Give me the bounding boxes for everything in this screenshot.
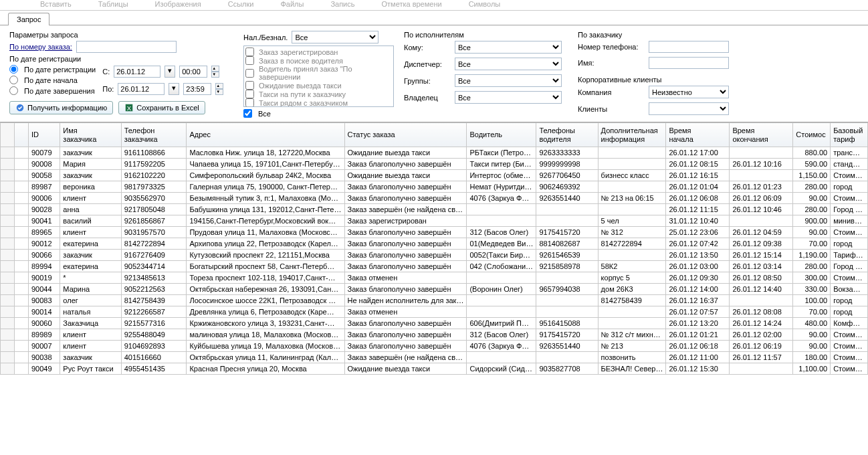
status-item[interactable]: Такси на пути к заказчику [245, 90, 392, 98]
fetch-button[interactable]: Получить информацию [9, 101, 113, 114]
save-excel-button[interactable]: X Сохранить в Excel [118, 101, 205, 114]
table-row[interactable]: 89965клиент9031957570Прудовая улица 11, … [1, 227, 868, 238]
table-row[interactable]: 90079заказчик9161108866Масловка Ниж. ули… [1, 147, 868, 159]
cell-id: 90038 [29, 352, 60, 363]
row-handle[interactable] [1, 352, 15, 363]
corp-company-select[interactable]: Неизвестно [649, 86, 729, 98]
cash-select[interactable]: Все [292, 31, 378, 43]
cell-blank [15, 284, 29, 295]
row-handle[interactable] [1, 147, 15, 159]
row-handle[interactable] [1, 272, 15, 284]
corp-clients-select[interactable] [649, 102, 729, 115]
exec-groups-select[interactable]: Все [455, 74, 562, 87]
table-row[interactable]: 90007клиент9104692893Куйбышева улица 19,… [1, 341, 868, 352]
order-no-input[interactable] [76, 41, 177, 53]
col-header[interactable]: Базовыйтариф [831, 123, 868, 147]
col-header[interactable]: Времяокончания [730, 123, 793, 147]
col-header[interactable]: Водитель [467, 123, 536, 147]
date-from-picker-icon[interactable]: ▾ [165, 66, 175, 78]
date-from[interactable]: 26.01.12 [114, 66, 160, 78]
row-handle[interactable] [1, 215, 15, 227]
date-to-picker-icon[interactable]: ▾ [169, 83, 179, 95]
status-item[interactable]: Водитель принял заказ "По завершении [245, 65, 392, 81]
col-header[interactable]: Дополнительнаяинформация [598, 123, 666, 147]
table-row[interactable]: 90041василий9261856867194156,Санкт-Петер… [1, 215, 868, 227]
row-handle[interactable] [1, 170, 15, 181]
row-handle[interactable] [1, 284, 15, 295]
row-handle[interactable] [1, 341, 15, 352]
table-row[interactable]: 90049Рус Роут такси4955451435Красная Пре… [1, 363, 868, 375]
row-handle[interactable] [1, 250, 15, 261]
status-item[interactable]: Заказ в поиске водителя [245, 56, 392, 65]
row-handle-header[interactable] [1, 123, 15, 147]
table-row[interactable]: 89994екатерина9052344714Богатырский прос… [1, 261, 868, 272]
table-row[interactable]: 90060Заказчица9215577316Кржижановского у… [1, 318, 868, 329]
table-row[interactable]: 90066заказчик9167276409Кутузовский просп… [1, 250, 868, 261]
table-row[interactable]: 90058заказчик9162102220Симферопольский б… [1, 170, 868, 181]
table-row[interactable]: 90044Марина9052212563Октябрьская набереж… [1, 284, 868, 295]
cell-driver [467, 352, 536, 363]
time-from-up-icon[interactable]: ▲ [211, 66, 219, 72]
col-header[interactable]: Времяначала [666, 123, 730, 147]
date-to[interactable]: 26.01.12 [118, 83, 165, 95]
cust-phone-input[interactable] [649, 41, 729, 53]
tab-request[interactable]: Запрос [8, 13, 49, 25]
radio-by-start[interactable]: По дате начала [9, 76, 96, 84]
time-to-up-icon[interactable]: ▲ [215, 83, 223, 89]
row-handle[interactable] [1, 329, 15, 341]
table-row[interactable]: 90012екатерина8142722894Архипова улица 2… [1, 238, 868, 250]
table-row[interactable]: 90028анна9217805048Бабушкина улица 131, … [1, 204, 868, 215]
row-handle[interactable] [1, 306, 15, 318]
col-header[interactable]: Статус заказа [344, 123, 467, 147]
table-row[interactable]: 90083олег8142758439Лососинское шоссе 22К… [1, 295, 868, 306]
col-header[interactable]: Адрес [187, 123, 344, 147]
table-row[interactable]: 90038заказчик401516660Октябрьская улица … [1, 352, 868, 363]
row-handle[interactable] [1, 261, 15, 272]
row-handle[interactable] [1, 204, 15, 215]
col-header[interactable] [15, 123, 29, 147]
cell-phone: 9167276409 [121, 250, 187, 261]
table-row[interactable]: 90014наталья9212266587Древлянка улица 6,… [1, 306, 868, 318]
time-to[interactable] [183, 83, 211, 95]
status-filter-list[interactable]: Заказ зарегистрирован Заказ в поиске вод… [243, 46, 394, 107]
cell-addr: Лососинское шоссе 22К1, Петрозаводск … [187, 295, 344, 306]
results-table[interactable]: IDИмязаказчикаТелефонзаказчикаАдресСтату… [0, 122, 868, 375]
table-row[interactable]: 90008Мария9117592205Чапаева улица 15, 19… [1, 159, 868, 170]
time-from[interactable] [179, 66, 207, 78]
row-handle[interactable] [1, 181, 15, 193]
row-handle[interactable] [1, 193, 15, 204]
radio-by-end[interactable]: По дате завершения [9, 86, 96, 95]
status-all-checkbox[interactable]: Все [243, 109, 397, 118]
row-handle[interactable] [1, 159, 15, 170]
exec-owner-select[interactable]: Все [455, 91, 562, 104]
status-item[interactable]: Заказ зарегистрирован [245, 48, 392, 56]
col-header[interactable]: Имязаказчика [60, 123, 121, 147]
col-header[interactable]: Телефоныводителя [536, 123, 598, 147]
cell-dphone [536, 295, 598, 306]
exec-disp-select[interactable]: Все [455, 58, 562, 70]
status-item[interactable]: Ожидание выезда такси [245, 81, 392, 90]
cell-start: 26.01.12 15:30 [666, 363, 730, 375]
table-row[interactable]: 89989клиент9255488049малиновая улица 18,… [1, 329, 868, 341]
col-header[interactable]: ID [29, 123, 60, 147]
row-handle[interactable] [1, 318, 15, 329]
results-grid[interactable]: IDИмязаказчикаТелефонзаказчикаАдресСтату… [0, 122, 868, 446]
row-handle[interactable] [1, 227, 15, 238]
col-header[interactable]: Стоимос [793, 123, 831, 147]
exec-to-select[interactable]: Все [455, 41, 562, 54]
table-row[interactable]: 90006клиент9035562970Безымянный тупик 3,… [1, 193, 868, 204]
col-header[interactable]: Телефонзаказчика [121, 123, 187, 147]
time-from-down-icon[interactable]: ▼ [211, 72, 219, 78]
cust-name-input[interactable] [649, 57, 729, 69]
row-handle[interactable] [1, 295, 15, 306]
radio-by-reg[interactable]: По дате регистрации [9, 65, 96, 74]
cell-cost: 90.00 [793, 227, 831, 238]
table-row[interactable]: 90019*9213485613Тореза проспект 102-118,… [1, 272, 868, 284]
row-handle[interactable] [1, 363, 15, 375]
time-to-down-icon[interactable]: ▼ [215, 89, 223, 95]
row-handle[interactable] [1, 238, 15, 250]
order-no-label[interactable]: По номеру заказа: [9, 43, 72, 51]
table-row[interactable]: 89987вероника9817973325Галерная улица 75… [1, 181, 868, 193]
status-item[interactable]: Такси рядом с заказчиком [245, 98, 392, 107]
cell-cost: 480.00 [793, 318, 831, 329]
